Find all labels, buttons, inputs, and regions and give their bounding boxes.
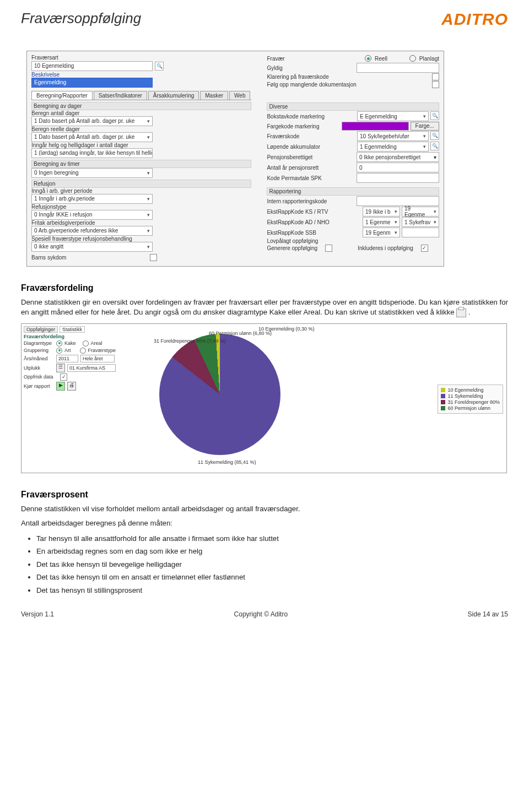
bokstav-select[interactable]: E Egenmelding bbox=[357, 111, 429, 121]
fravar-label: Fravær bbox=[267, 56, 284, 62]
fritak-label: Fritak arbeidsgiverperiode bbox=[31, 220, 251, 226]
prosent-p1: Denne statistikken vil vise forholdet me… bbox=[21, 504, 508, 514]
refusjonstype-select[interactable]: 0 Inngår IKKE i refusjon bbox=[31, 210, 153, 220]
arsmaned-label: Års/måned bbox=[24, 356, 54, 361]
ftype-radio[interactable] bbox=[80, 348, 86, 354]
ks-label: EkstRappKode KS / RTV bbox=[267, 209, 328, 215]
list-item: Det tas ikke hensyn til om en ansatt er … bbox=[36, 572, 508, 583]
helg-select[interactable]: 1 (lørdag) søndag inngår, tar ikke hensy… bbox=[31, 148, 153, 158]
pie-label-31: 31 Foreldrepenger 80% (7,49 %) bbox=[154, 338, 226, 344]
gyldig-label: Gyldig bbox=[267, 65, 282, 71]
fravarskode-select[interactable]: 10 Syk/legebeh/ufør bbox=[357, 131, 429, 141]
nho-select-2[interactable]: 1 Sykefrav bbox=[402, 217, 439, 227]
gruppering-label: Gruppering bbox=[24, 348, 54, 353]
fordeling-paragraph: Denne statistikken gir en oversikt over … bbox=[21, 297, 508, 318]
areal-radio[interactable] bbox=[83, 340, 89, 347]
barns-checkbox[interactable] bbox=[150, 254, 157, 261]
beregn-reelle-label: Beregn reelle dager bbox=[31, 126, 251, 132]
ssb-label: EkstRappKode SSB bbox=[267, 230, 316, 236]
intern-label: Intern rapporteringskode bbox=[267, 198, 327, 204]
kjor-label: Kjør rapport bbox=[24, 383, 54, 389]
tab-statistikk[interactable]: Statistikk bbox=[60, 326, 85, 333]
fravarsart-input[interactable]: 10 Egenmelding bbox=[31, 61, 153, 71]
beskrivelse-input[interactable]: Egenmelding bbox=[31, 78, 153, 88]
chart-title: Fraværsfordeling bbox=[24, 334, 117, 339]
form-screenshot: Fraværsart 10 Egenmelding 🔍 Beskrivelse … bbox=[26, 51, 444, 267]
pie-label-60: 60 Permisjon ulønn (6,80 %) bbox=[209, 331, 272, 336]
fargekode-label: Fargekode markering bbox=[267, 123, 319, 129]
prosent-p2: Antall arbeidsdager beregnes på denne må… bbox=[21, 518, 508, 528]
gen-checkbox[interactable] bbox=[325, 245, 332, 252]
inngar-arb-select[interactable]: 1 Inngår i arb.giv.periode bbox=[31, 194, 153, 204]
utplukk-label: Utplukk bbox=[24, 365, 54, 371]
tab-satser[interactable]: Satser/Indikatorer bbox=[94, 91, 147, 100]
search-icon[interactable]: 🔍 bbox=[430, 131, 439, 140]
tab-oppfolginger[interactable]: Oppfølginger bbox=[24, 326, 58, 333]
diagramtype-label: Diagramtype bbox=[24, 340, 54, 346]
utplukk-btn[interactable]: ☰ bbox=[56, 364, 65, 372]
beregn-reelle-select[interactable]: 1 Dato basert på Antall arb. dager pr. u… bbox=[31, 132, 153, 142]
color-swatch bbox=[342, 122, 409, 131]
search-icon[interactable]: 🔍 bbox=[155, 62, 164, 71]
kode-perm-label: Kode Permavtale SPK bbox=[267, 175, 322, 181]
tab-web[interactable]: Web bbox=[229, 91, 250, 100]
farge-button[interactable]: Farge... bbox=[411, 122, 439, 131]
intern-input[interactable] bbox=[357, 196, 439, 206]
footer-version: Versjon 1.1 bbox=[21, 610, 54, 618]
fravarsart-value: 10 Egenmelding bbox=[34, 62, 74, 70]
year-select[interactable]: 2011 bbox=[56, 355, 78, 362]
ink-checkbox[interactable]: ✓ bbox=[421, 245, 428, 252]
fordeling-heading: Fraværsfordeling bbox=[21, 283, 508, 293]
tab-arsakk[interactable]: Årsakkumulering bbox=[148, 91, 199, 100]
nho-select-1[interactable]: 1 Egenme bbox=[363, 217, 400, 227]
gyldig-input[interactable] bbox=[357, 63, 439, 73]
spesiell-label: Spesiell fraværstype refusjonsbehandling bbox=[31, 236, 251, 242]
reell-radio[interactable] bbox=[365, 55, 371, 62]
planlagt-radio[interactable] bbox=[409, 55, 416, 62]
run-button[interactable]: ▶ bbox=[56, 382, 65, 391]
folg-checkbox[interactable] bbox=[432, 81, 439, 88]
spesiell-select[interactable]: 0 ikke angitt bbox=[31, 242, 153, 252]
footer-copyright: Copyright © Aditro bbox=[234, 610, 288, 618]
ssb-select-1[interactable]: 19 Egenm bbox=[363, 228, 400, 237]
pensjons-label: Pensjonsberettiget bbox=[267, 154, 312, 160]
lopende-select[interactable]: 1 Egenmelding bbox=[357, 142, 429, 151]
oppfrisk-checkbox[interactable]: ✓ bbox=[60, 373, 67, 381]
planlagt-label: Planlagt bbox=[419, 56, 439, 62]
ks-select-2[interactable]: 19 Egenme bbox=[402, 207, 439, 216]
ks-select-1[interactable]: 19 Ikke i b bbox=[363, 207, 400, 216]
sect-beregning-dager: Beregning av dager bbox=[31, 102, 251, 110]
klar-checkbox[interactable] bbox=[432, 73, 439, 80]
printer-icon bbox=[456, 308, 466, 317]
footer-page: Side 14 av 15 bbox=[468, 610, 508, 618]
gen-label: Generere oppfølging bbox=[267, 245, 317, 251]
ssb-select-2[interactable] bbox=[402, 228, 439, 237]
fritak-select[interactable]: 0 Arb.giverperiode refunderes ikke bbox=[31, 226, 153, 236]
kode-perm-input[interactable] bbox=[357, 173, 439, 183]
helg-label: Inngår helg og helligdager i antall dage… bbox=[31, 142, 251, 148]
fravarskode-label: Fraværskode bbox=[267, 133, 299, 139]
print-button[interactable]: 🖨 bbox=[67, 382, 76, 391]
beskrivelse-label: Beskrivelse bbox=[31, 72, 251, 78]
logo: ADITRO bbox=[441, 10, 508, 29]
beregn-antall-select[interactable]: 1 Dato basert på Antall arb. dager pr. u… bbox=[31, 116, 153, 126]
search-icon[interactable]: 🔍 bbox=[430, 111, 439, 120]
list-item: Tar hensyn til alle ansattforhold for al… bbox=[36, 533, 508, 544]
search-icon[interactable]: 🔍 bbox=[430, 142, 439, 150]
kake-radio[interactable] bbox=[56, 340, 62, 347]
utplukk-value[interactable]: 01 Kursfirma AS bbox=[67, 364, 116, 372]
antall-ar-input[interactable]: 0 bbox=[357, 163, 439, 172]
list-item: Det tas hensyn til stillingsprosent bbox=[36, 585, 508, 596]
tab-beregning[interactable]: Beregning/Rapporter bbox=[31, 91, 93, 100]
inngar-arb-label: Inngå i arb. giver periode bbox=[31, 188, 251, 194]
hele-select[interactable]: Hele året bbox=[80, 355, 115, 362]
timer-select[interactable]: 0 Ingen beregning bbox=[31, 168, 153, 178]
pensjons-select[interactable]: 0 Ikke pensjonsberettiget▾ bbox=[357, 152, 439, 162]
tab-masker[interactable]: Masker bbox=[200, 91, 228, 100]
sect-diverse: Diverse bbox=[267, 102, 439, 111]
pie-label-11: 11 Sykemelding (85,41 %) bbox=[198, 459, 256, 465]
reell-label: Reell bbox=[375, 56, 387, 62]
list-item: En arbeidsdag regnes som en dag som ikke… bbox=[36, 546, 508, 557]
art-radio[interactable] bbox=[56, 348, 62, 354]
antall-ar-label: Antall år pensjonsrett bbox=[267, 165, 319, 171]
